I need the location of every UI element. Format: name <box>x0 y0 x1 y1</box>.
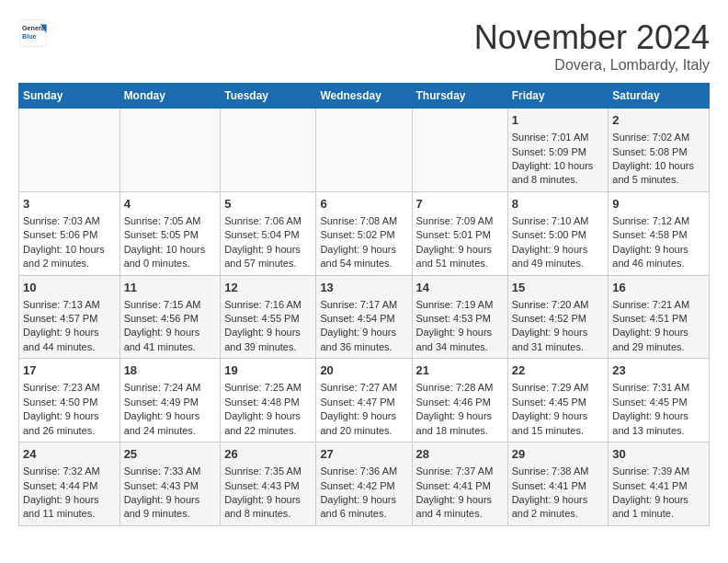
day-info: and 6 minutes. <box>320 507 407 521</box>
day-info: and 26 minutes. <box>23 424 116 438</box>
day-info: and 54 minutes. <box>320 257 407 270</box>
day-info: and 4 minutes. <box>416 507 504 521</box>
weekday-header-saturday: Saturday <box>609 84 710 109</box>
day-number: 29 <box>512 446 605 463</box>
day-number: 1 <box>512 112 605 129</box>
day-info: Sunset: 5:09 PM <box>512 145 605 159</box>
day-info: Sunset: 4:49 PM <box>124 396 217 409</box>
day-info: and 44 minutes. <box>23 340 116 354</box>
day-info: Sunset: 5:08 PM <box>612 145 705 159</box>
calendar-table: SundayMondayTuesdayWednesdayThursdayFrid… <box>18 83 710 526</box>
day-number: 17 <box>23 362 116 379</box>
day-info: Sunrise: 7:32 AM <box>23 465 116 478</box>
calendar-cell: 4Sunrise: 7:05 AMSunset: 5:05 PMDaylight… <box>119 191 221 275</box>
day-info: and 46 minutes. <box>612 257 705 270</box>
day-number: 8 <box>512 196 605 213</box>
calendar-cell: 10Sunrise: 7:13 AMSunset: 4:57 PMDayligh… <box>19 275 120 359</box>
day-info: and 8 minutes. <box>512 173 605 187</box>
calendar-week-row: 24Sunrise: 7:32 AMSunset: 4:44 PMDayligh… <box>19 442 710 526</box>
day-number: 23 <box>612 362 705 379</box>
day-info: and 1 minute. <box>612 507 705 521</box>
day-info: Sunrise: 7:37 AM <box>416 465 504 478</box>
day-info: Sunrise: 7:39 AM <box>612 465 705 478</box>
day-info: and 13 minutes. <box>612 424 705 438</box>
day-info: Sunset: 4:51 PM <box>612 312 705 326</box>
day-info: Daylight: 9 hours <box>124 409 217 423</box>
day-info: Daylight: 9 hours <box>23 409 116 423</box>
day-info: Sunset: 4:41 PM <box>612 479 705 493</box>
calendar-cell <box>316 109 412 192</box>
calendar-cell: 22Sunrise: 7:29 AMSunset: 4:45 PMDayligh… <box>507 359 609 442</box>
calendar-cell: 27Sunrise: 7:36 AMSunset: 4:42 PMDayligh… <box>316 442 412 526</box>
day-info: Daylight: 9 hours <box>416 326 504 339</box>
day-info: Sunset: 4:50 PM <box>23 396 116 409</box>
calendar-week-row: 3Sunrise: 7:03 AMSunset: 5:06 PMDaylight… <box>19 191 710 275</box>
day-number: 6 <box>320 196 407 213</box>
day-info: Sunrise: 7:10 AM <box>512 214 605 228</box>
day-info: Sunset: 4:52 PM <box>512 312 605 326</box>
day-info: Daylight: 9 hours <box>320 409 407 423</box>
day-info: Daylight: 9 hours <box>224 243 312 257</box>
day-info: and 0 minutes. <box>124 257 217 270</box>
weekday-header-tuesday: Tuesday <box>221 84 316 109</box>
day-info: Sunset: 5:04 PM <box>224 228 312 242</box>
calendar-cell <box>221 109 316 192</box>
day-info: Sunrise: 7:38 AM <box>512 465 605 478</box>
day-info: Sunrise: 7:25 AM <box>224 381 312 395</box>
day-info: Sunrise: 7:24 AM <box>124 381 217 395</box>
calendar-cell: 30Sunrise: 7:39 AMSunset: 4:41 PMDayligh… <box>609 442 710 526</box>
day-info: Sunset: 4:58 PM <box>612 228 705 242</box>
day-info: Sunrise: 7:21 AM <box>612 298 705 312</box>
day-info: Sunset: 4:43 PM <box>224 479 312 493</box>
day-info: Daylight: 9 hours <box>416 493 504 507</box>
day-info: Sunrise: 7:13 AM <box>23 298 116 312</box>
day-info: Sunset: 4:41 PM <box>416 479 504 493</box>
day-info: Sunrise: 7:15 AM <box>124 298 217 312</box>
calendar-cell: 25Sunrise: 7:33 AMSunset: 4:43 PMDayligh… <box>119 442 221 526</box>
calendar-week-row: 1Sunrise: 7:01 AMSunset: 5:09 PMDaylight… <box>19 109 710 192</box>
day-info: Daylight: 9 hours <box>612 409 705 423</box>
calendar-cell: 19Sunrise: 7:25 AMSunset: 4:48 PMDayligh… <box>221 359 316 442</box>
day-info: Sunset: 4:43 PM <box>124 479 217 493</box>
day-info: and 5 minutes. <box>612 173 705 187</box>
day-info: and 34 minutes. <box>416 340 504 354</box>
day-info: Sunrise: 7:31 AM <box>612 381 705 395</box>
day-info: Daylight: 9 hours <box>416 243 504 257</box>
day-info: Daylight: 9 hours <box>612 326 705 339</box>
day-info: and 22 minutes. <box>224 424 312 438</box>
day-number: 14 <box>416 280 504 296</box>
day-info: Daylight: 9 hours <box>224 409 312 423</box>
day-number: 30 <box>612 446 705 463</box>
day-info: Daylight: 9 hours <box>320 493 407 507</box>
day-info: Daylight: 9 hours <box>320 326 407 339</box>
day-info: Sunset: 5:02 PM <box>320 228 407 242</box>
calendar-header: SundayMondayTuesdayWednesdayThursdayFrid… <box>19 84 710 109</box>
day-info: Sunrise: 7:01 AM <box>512 131 605 144</box>
day-info: Daylight: 10 hours <box>124 243 217 257</box>
day-info: Sunrise: 7:36 AM <box>320 465 407 478</box>
day-number: 24 <box>23 446 116 463</box>
calendar-cell: 5Sunrise: 7:06 AMSunset: 5:04 PMDaylight… <box>221 191 316 275</box>
day-info: Daylight: 9 hours <box>320 243 407 257</box>
calendar-cell: 3Sunrise: 7:03 AMSunset: 5:06 PMDaylight… <box>19 191 120 275</box>
day-info: Daylight: 9 hours <box>512 493 605 507</box>
day-info: and 2 minutes. <box>23 257 116 270</box>
day-number: 2 <box>612 112 705 129</box>
day-number: 13 <box>320 280 407 296</box>
day-info: Daylight: 9 hours <box>612 493 705 507</box>
weekday-header-monday: Monday <box>119 84 221 109</box>
day-number: 15 <box>512 280 605 296</box>
day-number: 25 <box>124 446 217 463</box>
day-info: Sunrise: 7:27 AM <box>320 381 407 395</box>
calendar-cell: 23Sunrise: 7:31 AMSunset: 4:45 PMDayligh… <box>609 359 710 442</box>
day-info: Sunrise: 7:17 AM <box>320 298 407 312</box>
day-number: 10 <box>23 280 116 296</box>
day-info: Sunrise: 7:08 AM <box>320 214 407 228</box>
day-info: Sunrise: 7:35 AM <box>224 465 312 478</box>
calendar-cell: 29Sunrise: 7:38 AMSunset: 4:41 PMDayligh… <box>507 442 609 526</box>
day-number: 12 <box>224 280 312 296</box>
day-info: Daylight: 9 hours <box>224 326 312 339</box>
day-info: Sunset: 4:47 PM <box>320 396 407 409</box>
weekday-header-row: SundayMondayTuesdayWednesdayThursdayFrid… <box>19 84 710 109</box>
day-number: 21 <box>416 362 504 379</box>
